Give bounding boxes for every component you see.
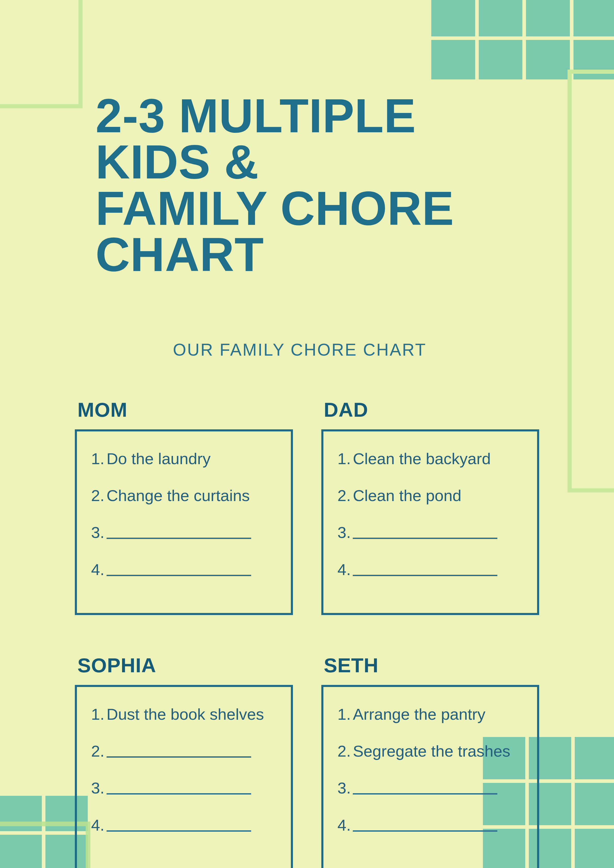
chore-text: Clean the pond — [353, 487, 462, 504]
chore-blank[interactable] — [107, 538, 251, 539]
chore-blank[interactable] — [107, 793, 251, 795]
chore-line: 1.Dust the book shelves — [91, 705, 277, 723]
person-name: SOPHIA — [78, 654, 293, 677]
chore-line: 2.Segregate the trashes — [337, 742, 523, 760]
chore-blank[interactable] — [353, 830, 497, 832]
chore-line: 1.Clean the backyard — [337, 450, 523, 468]
chore-line: 1.Arrange the pantry — [337, 705, 523, 723]
chore-blank[interactable] — [107, 756, 251, 758]
chore-line: 4. — [337, 560, 523, 579]
chore-text: Change the curtains — [107, 487, 250, 504]
chore-blank[interactable] — [353, 538, 497, 539]
title-line-1: 2-3 MULTIPLE KIDS & — [95, 89, 416, 189]
chore-line: 2. — [91, 742, 277, 760]
chore-blank[interactable] — [107, 830, 251, 832]
chore-blank[interactable] — [353, 575, 497, 576]
chore-box: 1.Dust the book shelves 2. 3. 4. — [75, 685, 293, 868]
chore-box: 1.Clean the backyard 2.Clean the pond 3.… — [321, 429, 539, 615]
chore-text: Dust the book shelves — [107, 705, 264, 723]
chore-line: 4. — [91, 560, 277, 579]
chore-line: 3. — [91, 523, 277, 541]
chore-line: 4. — [337, 816, 523, 834]
page-title: 2-3 MULTIPLE KIDS & FAMILY CHORE CHART — [95, 93, 539, 278]
chore-box: 1.Do the laundry 2.Change the curtains 3… — [75, 429, 293, 615]
chore-text: Do the laundry — [107, 450, 211, 468]
chore-line: 4. — [91, 816, 277, 834]
chore-line: 2.Change the curtains — [91, 486, 277, 505]
chore-box: 1.Arrange the pantry 2.Segregate the tra… — [321, 685, 539, 868]
people-grid: MOM 1.Do the laundry 2.Change the curtai… — [75, 398, 539, 868]
page: 2-3 MULTIPLE KIDS & FAMILY CHORE CHART O… — [0, 0, 614, 868]
chore-text: Clean the backyard — [353, 450, 491, 468]
person-name: MOM — [78, 398, 293, 422]
subtitle: OUR FAMILY CHORE CHART — [173, 340, 539, 360]
chore-blank[interactable] — [107, 575, 251, 576]
chore-text: Segregate the trashes — [353, 742, 510, 760]
content: 2-3 MULTIPLE KIDS & FAMILY CHORE CHART O… — [0, 0, 614, 868]
chore-line: 3. — [91, 779, 277, 797]
person-name: DAD — [324, 398, 539, 422]
chore-text: Arrange the pantry — [353, 705, 485, 723]
chore-line: 3. — [337, 779, 523, 797]
person-name: SETH — [324, 654, 539, 677]
chore-line: 2.Clean the pond — [337, 486, 523, 505]
person-cell-seth: SETH 1.Arrange the pantry 2.Segregate th… — [321, 654, 539, 868]
person-cell-sophia: SOPHIA 1.Dust the book shelves 2. 3. 4. — [75, 654, 293, 868]
person-cell-mom: MOM 1.Do the laundry 2.Change the curtai… — [75, 398, 293, 615]
chore-line: 1.Do the laundry — [91, 450, 277, 468]
chore-line: 3. — [337, 523, 523, 541]
chore-blank[interactable] — [353, 793, 497, 795]
person-cell-dad: DAD 1.Clean the backyard 2.Clean the pon… — [321, 398, 539, 615]
title-line-2: FAMILY CHORE CHART — [95, 182, 454, 281]
